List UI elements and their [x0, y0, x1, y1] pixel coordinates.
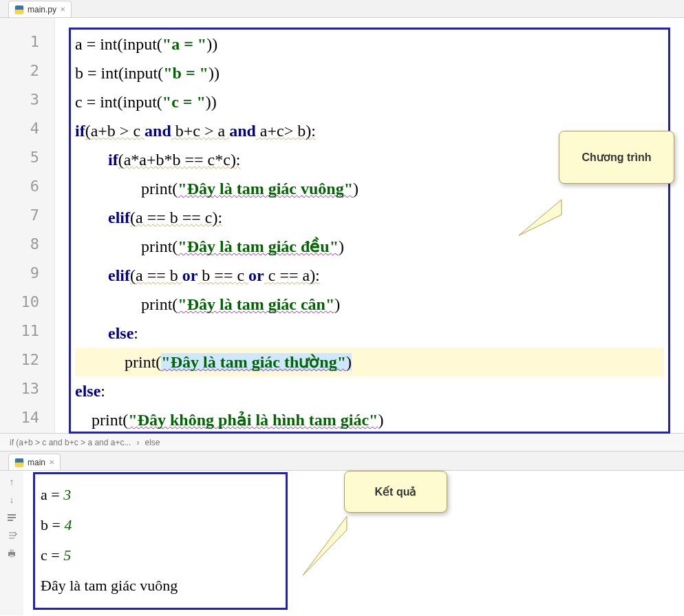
- scroll-down-icon[interactable]: ↓: [5, 493, 19, 507]
- python-file-icon: [14, 5, 24, 14]
- close-icon[interactable]: ✕: [60, 6, 65, 13]
- console-tab-label: main: [28, 458, 45, 467]
- line-number: 2: [0, 56, 54, 85]
- svg-marker-11: [303, 516, 347, 575]
- soft-wrap-icon[interactable]: [5, 511, 19, 524]
- callout-program: Chương trình: [559, 131, 674, 184]
- line-number: 3: [0, 85, 54, 114]
- svg-rect-1: [15, 10, 23, 14]
- line-number: 6: [0, 172, 54, 201]
- scroll-up-icon[interactable]: ↑: [5, 475, 19, 489]
- svg-rect-6: [8, 520, 13, 521]
- editor-tabbar: main.py ✕: [0, 0, 684, 18]
- svg-rect-4: [8, 514, 16, 516]
- line-number: 13: [0, 374, 54, 403]
- line-number: 4: [0, 114, 54, 143]
- line-number: 1: [0, 28, 54, 56]
- code-line[interactable]: b = int(input("b = ")): [75, 59, 664, 87]
- code-line[interactable]: else:: [75, 319, 664, 348]
- code-line[interactable]: elif(a == b or b == c or c == a):: [75, 261, 664, 290]
- console-tabbar: main ✕: [0, 452, 684, 471]
- breadcrumb-sep: ›: [136, 438, 139, 447]
- code-editor[interactable]: 1 2 3 4 5 6 7 8 9 10 11 12 13 14 a = int…: [0, 18, 684, 434]
- output-line: c = 5: [41, 540, 280, 571]
- line-number: 5: [0, 143, 54, 172]
- callout-label: Kết quả: [375, 486, 417, 498]
- svg-marker-10: [519, 200, 562, 235]
- editor-tab-main[interactable]: main.py ✕: [8, 1, 72, 17]
- close-icon[interactable]: ✕: [49, 458, 54, 466]
- line-number-gutter: 1 2 3 4 5 6 7 8 9 10 11 12 13 14: [0, 18, 55, 433]
- code-line[interactable]: elif(a == b == c):: [75, 203, 664, 232]
- code-line[interactable]: print("Đây không phải là hình tam giác"): [75, 405, 664, 434]
- code-line[interactable]: a = int(input("a = ")): [75, 30, 664, 59]
- breadcrumb[interactable]: if (a+b > c and b+c > a and a+c... › els…: [0, 434, 684, 452]
- svg-rect-5: [8, 517, 16, 518]
- svg-rect-9: [10, 555, 14, 557]
- svg-rect-8: [10, 549, 14, 552]
- python-run-icon: [14, 458, 24, 467]
- code-area[interactable]: a = int(input("a = ")) b = int(input("b …: [55, 18, 684, 433]
- output-highlight-box: a = 3 b = 4 c = 5 Đây là tam giác vuông: [33, 472, 288, 610]
- code-line[interactable]: c = int(input("c = ")): [75, 87, 664, 116]
- callout-tail-icon: [519, 200, 567, 241]
- print-icon[interactable]: [5, 546, 19, 560]
- output-line: b = 4: [41, 510, 280, 540]
- code-line-current[interactable]: print("Đây là tam giác thường"): [75, 348, 664, 376]
- output-line: a = 3: [41, 480, 280, 510]
- breadcrumb-item[interactable]: else: [145, 438, 160, 447]
- code-line[interactable]: else:: [75, 376, 664, 405]
- code-highlight-box: a = int(input("a = ")) b = int(input("b …: [69, 28, 670, 434]
- console-tab-main[interactable]: main ✕: [8, 454, 61, 470]
- line-number: 7: [0, 201, 54, 230]
- callout-result: Kết quả: [344, 471, 447, 513]
- callout-tail-icon: [303, 516, 358, 578]
- line-number: 10: [0, 288, 54, 317]
- line-number: 11: [0, 317, 54, 346]
- code-line[interactable]: print("Đây là tam giác đều"): [75, 232, 664, 261]
- scroll-to-end-icon[interactable]: [5, 529, 19, 542]
- breadcrumb-item[interactable]: if (a+b > c and b+c > a and a+c...: [10, 438, 131, 447]
- code-line[interactable]: print("Đây là tam giác cân"): [75, 290, 664, 319]
- line-number: 9: [0, 259, 54, 288]
- line-number: 12: [0, 346, 54, 374]
- svg-rect-3: [15, 463, 23, 467]
- output-line: Đây là tam giác vuông: [41, 571, 280, 601]
- callout-label: Chương trình: [582, 151, 652, 163]
- console-toolbar: ↑ ↓: [0, 471, 23, 615]
- line-number: 14: [0, 403, 54, 432]
- line-number: 8: [0, 230, 54, 259]
- editor-tab-label: main.py: [28, 5, 56, 14]
